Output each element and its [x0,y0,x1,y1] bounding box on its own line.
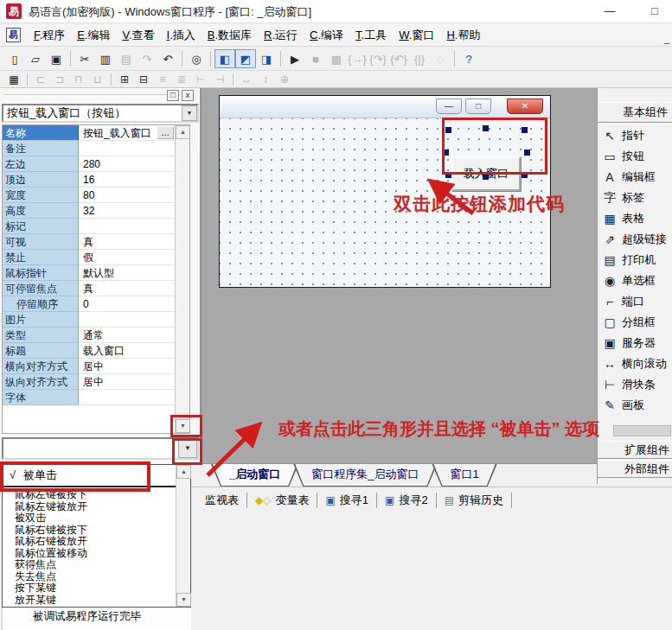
object-selector-combo[interactable]: 按钮_载入窗口（按钮） ▼ [2,104,199,123]
property-value[interactable]: 真 [79,234,175,250]
event-list-scrollbar[interactable]: ▲ ▼ [176,465,190,607]
form-maximize-button[interactable]: □ [465,99,491,114]
menu-item[interactable]: E.编辑 [71,24,116,46]
property-value[interactable]: 默认型 [79,265,175,281]
open-file-button[interactable]: ▱ [25,49,46,68]
panel-maximize-button[interactable]: □ [167,90,179,101]
property-row[interactable]: 类型通常 [3,328,175,343]
component-item[interactable]: ▢分组框 [598,312,672,333]
property-value[interactable]: 居中 [79,374,175,390]
undo-button[interactable]: ↶ [157,49,178,68]
scroll-down-icon[interactable]: ▼ [176,419,190,433]
property-value[interactable]: 假 [79,250,175,265]
event-selector-combo[interactable]: ▼ [2,437,199,460]
external-components-button[interactable]: 外部组件 [598,460,672,478]
property-row[interactable]: 标记 [3,219,175,234]
property-value[interactable]: 0 [79,296,175,312]
selection-handle[interactable] [445,127,451,133]
save-file-button[interactable]: ▣ [46,49,67,68]
property-value[interactable]: 32 [79,203,175,219]
tool-tab-5[interactable]: ▤剪辑历史 [437,493,511,508]
menu-item[interactable]: B.数据库 [202,24,258,46]
form-minimize-button[interactable]: — [436,99,462,114]
components-scrollbar[interactable] [613,425,671,436]
preview-button[interactable]: ◎ [186,49,207,68]
property-value[interactable]: 280 [79,156,175,172]
property-value[interactable]: 居中 [79,359,175,374]
property-value[interactable] [79,141,175,156]
event-item-selected[interactable]: √被单击 [3,465,190,486]
property-value[interactable]: 按钮_载入窗口… [79,125,175,141]
cut-button[interactable]: ✂ [74,49,95,68]
extended-components-button[interactable]: 扩展组件 [598,441,672,459]
selection-handle[interactable] [522,127,528,133]
components-header-button[interactable]: 基本组件 [598,102,672,123]
scroll-up-icon[interactable]: ▲ [176,465,191,479]
doc-tab-item[interactable]: 窗口1 [432,464,496,487]
form-designer-window[interactable]: — □ ✕ 载入窗口 [219,95,551,288]
event-list-item[interactable]: 被双击 [3,512,176,525]
scroll-up-icon[interactable]: ▲ [176,125,190,139]
property-value[interactable]: 16 [79,172,175,188]
component-item[interactable]: ↖指针 [598,125,672,146]
property-grid-scrollbar[interactable]: ▲ ▼ [175,125,189,433]
event-list-item[interactable]: 鼠标右键被放开 [3,536,176,548]
doc-tab-active[interactable]: _启动窗口 [211,464,298,487]
event-list-item[interactable]: 获得焦点 [3,559,176,571]
layout-output-button[interactable]: ◩ [235,49,256,68]
property-row[interactable]: 可视真 [3,234,175,250]
property-row[interactable]: 名称按钮_载入窗口… [3,125,175,141]
menu-item[interactable]: V.查看 [116,24,160,46]
menu-item[interactable]: W.窗口 [393,24,440,46]
selection-handle[interactable] [445,172,451,178]
panel-grip[interactable] [3,94,173,97]
component-item[interactable]: ▦表格 [598,208,672,229]
event-list-item[interactable]: 鼠标右键被按下 [3,525,176,537]
event-list-item[interactable]: 放开某键 [3,595,176,607]
scroll-down-icon[interactable]: ▼ [176,593,191,607]
component-item[interactable]: ⌐端口 [598,291,672,312]
property-row[interactable]: 标题载入窗口 [3,343,175,359]
component-item[interactable]: ▣服务器 [598,333,672,353]
component-item[interactable]: ▤打印机 [598,250,672,270]
property-value[interactable]: 载入窗口 [79,343,175,359]
property-value[interactable]: 真 [79,281,175,296]
form-close-button[interactable]: ✕ [507,99,543,114]
component-item[interactable]: ✎画板 [598,395,672,416]
menu-item[interactable]: I.插入 [161,24,202,46]
component-item[interactable]: ⊢滑块条 [598,374,672,395]
property-row[interactable]: 横向对齐方式居中 [3,359,175,374]
event-list-item[interactable]: 失去焦点 [3,571,176,583]
property-value[interactable] [79,219,175,234]
selection-handle[interactable] [443,150,449,156]
chevron-down-icon[interactable]: ▼ [182,105,197,121]
ellipsis-button[interactable]: … [157,126,174,139]
property-value[interactable] [79,390,175,405]
event-list-item[interactable]: 鼠标左键被放开 [3,501,176,513]
run-button[interactable]: ▶ [285,49,305,68]
menu-item[interactable]: F.程序 [28,24,71,46]
window-maximize-button[interactable]: □ [643,2,666,21]
property-row[interactable]: 左边280 [3,156,175,172]
tool-tab-3[interactable]: ▣搜寻1 [317,493,376,508]
menu-item[interactable]: T.工具 [349,24,393,46]
property-row[interactable]: 备注 [3,141,175,156]
property-row[interactable]: 鼠标指针默认型 [3,265,175,281]
component-item[interactable]: A编辑框 [598,167,672,188]
property-row[interactable]: 禁止假 [3,250,175,265]
form-design-grid[interactable]: 载入窗口 [220,118,550,287]
find-help-button[interactable]: ? [458,49,479,68]
tool-tab-2[interactable]: ◆◇变量表 [247,493,317,508]
property-row[interactable]: 可停留焦点真 [3,281,175,296]
event-list-item[interactable]: 鼠标左键被按下 [3,489,176,501]
tool-tab-1[interactable]: 监视表 [197,493,246,508]
selection-handle[interactable] [483,125,489,131]
mdi-minimize-mark[interactable]: _ [664,34,669,44]
component-item[interactable]: ▭按钮 [598,146,672,167]
selection-handle[interactable] [483,174,489,180]
event-list-item[interactable]: 按下某键 [3,582,176,595]
new-file-button[interactable]: ▯ [4,49,25,68]
property-row[interactable]: 图片 [3,312,175,328]
component-item[interactable]: ↔横向滚动 [598,353,672,374]
menu-item[interactable]: R.运行 [258,24,304,46]
